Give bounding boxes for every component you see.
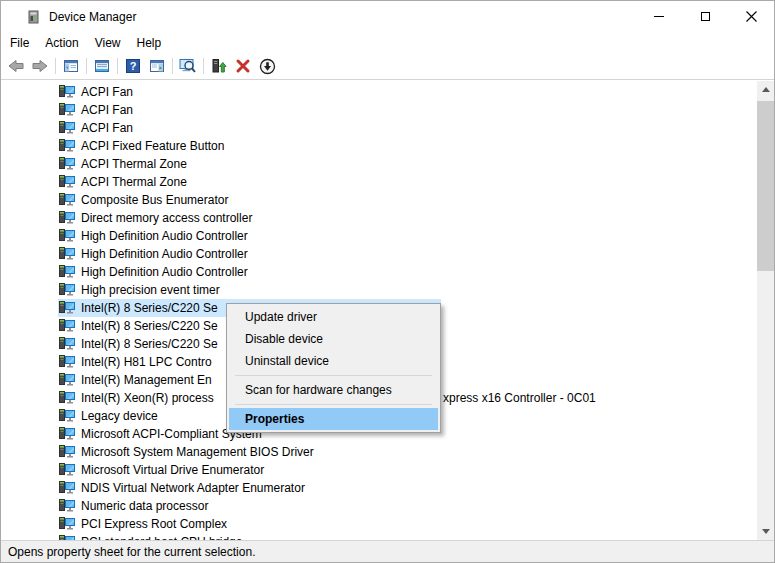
properties-button[interactable] (90, 55, 114, 77)
context-menu-item-disable-device[interactable]: Disable device (227, 328, 440, 350)
device-icon (59, 283, 75, 296)
tree-item-label: ACPI Thermal Zone (81, 155, 187, 173)
device-icon (59, 445, 75, 458)
tree-item[interactable]: ACPI Fan (1, 83, 757, 101)
scan-hardware-button[interactable] (176, 55, 200, 77)
context-menu: Update driverDisable deviceUninstall dev… (226, 303, 441, 433)
update-driver-button[interactable] (207, 55, 231, 77)
device-icon (59, 301, 75, 314)
device-icon (59, 121, 75, 134)
menu-bar: File Action View Help (1, 32, 774, 53)
tree-item-label: Intel(R) H81 LPC Contro (81, 353, 212, 371)
tree-item-label: ACPI Fan (81, 101, 133, 119)
device-icon (59, 175, 75, 188)
context-menu-item-scan-for-hardware-changes[interactable]: Scan for hardware changes (227, 379, 440, 401)
maximize-icon (701, 12, 710, 21)
tree-item-label-continued: xpress x16 Controller - 0C01 (443, 389, 596, 407)
toolbar: ? (1, 53, 774, 80)
tree-item-label: ACPI Fan (81, 83, 133, 101)
device-icon (59, 139, 75, 152)
scroll-up-button[interactable] (757, 81, 774, 98)
tree-item[interactable]: High Definition Audio Controller (1, 263, 757, 281)
toolbar-separator (172, 58, 173, 74)
context-menu-item-uninstall-device[interactable]: Uninstall device (227, 350, 440, 372)
tree-item-label: High Definition Audio Controller (81, 227, 248, 245)
scroll-down-button[interactable] (757, 523, 774, 540)
tree-item-label: Intel(R) 8 Series/C220 Se (81, 335, 218, 353)
device-icon (59, 247, 75, 260)
device-icon (59, 499, 75, 512)
tree-item-label: Microsoft Virtual Drive Enumerator (81, 461, 264, 479)
tree-item[interactable]: ACPI Thermal Zone (1, 155, 757, 173)
device-icon (59, 517, 75, 530)
tree-item[interactable]: ACPI Fixed Feature Button (1, 137, 757, 155)
tree-item-label: ACPI Fixed Feature Button (81, 137, 224, 155)
tree-item-label: NDIS Virtual Network Adapter Enumerator (81, 479, 305, 497)
device-icon (59, 481, 75, 494)
menu-help[interactable]: Help (129, 34, 170, 52)
forward-icon (32, 58, 48, 74)
tree-item-label: High precision event timer (81, 281, 220, 299)
device-icon (59, 337, 75, 350)
device-icon (59, 265, 75, 278)
forward-button[interactable] (28, 55, 52, 77)
tree-item-label: Composite Bus Enumerator (81, 191, 228, 209)
help-button[interactable]: ? (121, 55, 145, 77)
disable-device-button[interactable] (255, 55, 279, 77)
tree-item-label: Microsoft System Management BIOS Driver (81, 443, 314, 461)
scroll-down-icon (762, 529, 770, 534)
tree-item-label: Numeric data processor (81, 497, 208, 515)
status-text: Opens property sheet for the current sel… (8, 545, 255, 559)
menu-separator (235, 404, 432, 405)
device-icon (59, 355, 75, 368)
device-icon (59, 409, 75, 422)
device-icon (59, 85, 75, 98)
context-menu-item-update-driver[interactable]: Update driver (227, 306, 440, 328)
tree-item[interactable]: High Definition Audio Controller (1, 227, 757, 245)
maximize-button[interactable] (682, 1, 728, 32)
device-manager-app-icon (26, 9, 42, 25)
close-button[interactable] (728, 1, 774, 32)
tree-item[interactable]: High Definition Audio Controller (1, 245, 757, 263)
tree-item[interactable]: ACPI Thermal Zone (1, 173, 757, 191)
tree-item[interactable]: PCI Express Root Complex (1, 515, 757, 533)
action-pane-button[interactable] (145, 55, 169, 77)
tree-item[interactable]: ACPI Fan (1, 119, 757, 137)
toolbar-separator (86, 58, 87, 74)
tree-item-label: Legacy device (81, 407, 158, 425)
tree-item[interactable]: Numeric data processor (1, 497, 757, 515)
menu-view[interactable]: View (87, 34, 129, 52)
uninstall-device-button[interactable] (231, 55, 255, 77)
vertical-scrollbar[interactable] (757, 81, 774, 540)
tree-item[interactable]: Composite Bus Enumerator (1, 191, 757, 209)
device-icon (59, 391, 75, 404)
menu-file[interactable]: File (2, 34, 37, 52)
device-icon (59, 103, 75, 116)
tree-item-label: Intel(R) 8 Series/C220 Se (81, 299, 218, 317)
back-icon (8, 58, 24, 74)
tree-item-label: PCI Express Root Complex (81, 515, 227, 533)
tree-item-label: ACPI Fan (81, 119, 133, 137)
svg-text:?: ? (130, 60, 137, 72)
context-menu-item-properties[interactable]: Properties (229, 408, 438, 430)
action-pane-icon (149, 58, 165, 74)
minimize-button[interactable] (636, 1, 682, 32)
tree-item[interactable]: Microsoft Virtual Drive Enumerator (1, 461, 757, 479)
back-button[interactable] (4, 55, 28, 77)
tree-item[interactable]: Microsoft System Management BIOS Driver (1, 443, 757, 461)
device-icon (59, 427, 75, 440)
tree-item[interactable]: ACPI Fan (1, 101, 757, 119)
tree-item[interactable]: Direct memory access controller (1, 209, 757, 227)
tree-item-label: High Definition Audio Controller (81, 245, 248, 263)
tree-item-label: High Definition Audio Controller (81, 263, 248, 281)
tree-item[interactable]: PCI standard host CPU bridge (1, 533, 757, 540)
show-console-tree-button[interactable] (59, 55, 83, 77)
menu-action[interactable]: Action (37, 34, 86, 52)
tree-item[interactable]: NDIS Virtual Network Adapter Enumerator (1, 479, 757, 497)
status-bar: Opens property sheet for the current sel… (1, 540, 774, 562)
close-icon (746, 11, 757, 22)
tree-item-label: Intel(R) 8 Series/C220 Se (81, 317, 218, 335)
disable-icon (259, 58, 276, 75)
tree-item[interactable]: High precision event timer (1, 281, 757, 299)
scrollbar-thumb[interactable] (757, 101, 774, 271)
